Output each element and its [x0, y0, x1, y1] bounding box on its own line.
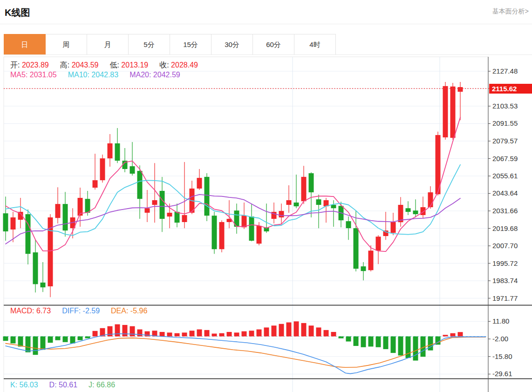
- price-axis-label: 2091.55: [492, 119, 518, 127]
- price-axis-label: 2055.61: [492, 172, 518, 180]
- period-tab-60分[interactable]: 60分: [253, 34, 294, 55]
- price-axis-label: 2031.66: [492, 207, 518, 215]
- chart-canvas: 2127.482103.532091.552079.572067.592055.…: [0, 0, 532, 392]
- price-axis-label: 1995.72: [492, 259, 518, 267]
- d-readout: D: 50.61: [49, 381, 78, 389]
- price-axis-label: 2043.64: [492, 189, 518, 197]
- ma-readout: MA5: 2031.05MA10: 2042.83MA20: 2042.59: [10, 71, 191, 79]
- price-axis-label: 2067.59: [492, 155, 518, 162]
- macd-readout: MACD: 6.73DIFF: -2.59DEA: -5.96: [10, 307, 158, 315]
- tabbar-underline: [4, 54, 532, 55]
- high-readout: 高: 2043.59: [60, 61, 99, 69]
- price-axis-label: 2007.70: [492, 242, 518, 250]
- kdj-readout: K: 56.03D: 50.61J: 66.86: [10, 381, 126, 389]
- price-axis-label: 2019.68: [492, 224, 518, 232]
- page-title: K线图: [0, 0, 532, 19]
- fundamental-analysis-link[interactable]: 基本面分析>: [492, 7, 529, 16]
- k-readout: K: 56.03: [10, 381, 38, 389]
- macd-readout: MACD: 6.73: [10, 307, 51, 315]
- period-tab-30分[interactable]: 30分: [211, 34, 253, 55]
- current-price-tag: 2115.62: [489, 84, 532, 94]
- kline-page: { "page": {"title": "K线图", "link": "基本面分…: [0, 0, 532, 392]
- price-axis-label: 2127.48: [492, 67, 518, 75]
- price-axis-label: 2103.53: [492, 102, 518, 110]
- macd-axis-label: -15.80: [492, 352, 512, 360]
- period-tabbar: 日周月5分15分30分60分4时: [4, 34, 336, 55]
- period-tab-15分[interactable]: 15分: [170, 34, 211, 55]
- low-readout: 低: 2013.19: [109, 61, 148, 69]
- macd-axis-label: -29.61: [492, 370, 512, 378]
- dea-readout: DEA: -5.96: [111, 307, 147, 315]
- open-readout: 开: 2023.89: [10, 61, 49, 69]
- period-tab-周[interactable]: 周: [46, 34, 87, 55]
- period-tab-月[interactable]: 月: [87, 34, 129, 55]
- price-axis-label: 1983.74: [492, 277, 518, 284]
- close-readout: 收: 2028.49: [159, 61, 198, 69]
- diff-readout: DIFF: -2.59: [62, 307, 100, 315]
- price-axis-label: 2079.57: [492, 137, 518, 145]
- macd-axis-label: 11.80: [492, 317, 509, 325]
- ma20-readout: MA20: 2042.59: [130, 71, 180, 79]
- price-axis-label: 1971.77: [492, 294, 518, 302]
- period-tab-4时[interactable]: 4时: [294, 34, 336, 55]
- page-header: K线图 基本面分析>: [0, 0, 532, 24]
- ma5-readout: MA5: 2031.05: [10, 71, 57, 79]
- ma10-readout: MA10: 2042.83: [68, 71, 119, 79]
- period-tab-日[interactable]: 日: [4, 34, 46, 55]
- period-tab-5分[interactable]: 5分: [129, 34, 170, 55]
- j-readout: J: 66.86: [89, 381, 115, 389]
- ohlc-readout: 开: 2023.89高: 2043.59低: 2013.19收: 2028.49: [10, 61, 209, 70]
- macd-axis-label: -2.00: [492, 335, 508, 343]
